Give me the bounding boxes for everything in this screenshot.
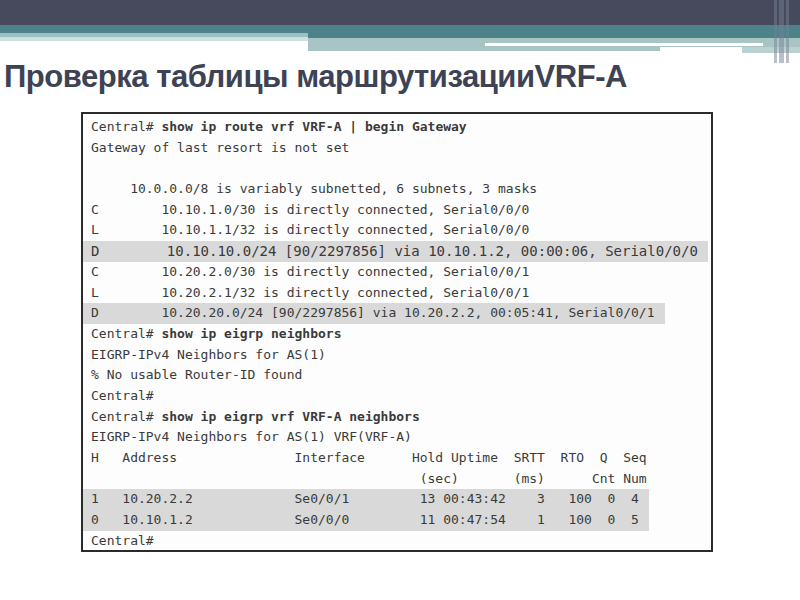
header-teal-bar — [0, 25, 800, 33]
terminal-line — [83, 158, 711, 179]
terminal-line: EIGRP-IPv4 Neighbors for AS(1) — [83, 345, 711, 366]
terminal-line: Central# — [83, 386, 711, 407]
terminal-line: Central# show ip eigrp vrf VRF-A neighbo… — [83, 407, 711, 428]
header-white-line — [485, 43, 763, 46]
terminal-line: Gateway of last resort is not set — [83, 138, 711, 159]
terminal-command: show ip eigrp vrf VRF-A neighbors — [161, 409, 419, 424]
terminal-line: D 10.10.10.0/24 [90/2297856] via 10.10.1… — [83, 241, 708, 262]
terminal-line: Central# — [83, 531, 711, 552]
terminal-line: % No usable Router-ID found — [83, 365, 711, 386]
terminal-line: L 10.10.1.1/32 is directly connected, Se… — [83, 220, 711, 241]
terminal-output-box: Central# show ip route vrf VRF-A | begin… — [81, 112, 713, 552]
terminal-line: C 10.20.2.0/30 is directly connected, Se… — [83, 262, 711, 283]
terminal-line: H Address Interface Hold Uptime SRTT RTO… — [83, 448, 711, 469]
terminal-command: show ip eigrp neighbors — [161, 326, 341, 341]
header-dark-bar — [0, 0, 800, 25]
terminal-line: 1 10.20.2.2 Se0/0/1 13 00:43:42 3 100 0 … — [83, 489, 649, 510]
terminal-line: C 10.10.1.0/30 is directly connected, Se… — [83, 200, 711, 221]
header-vertical-stripe — [786, 0, 789, 63]
header-vertical-stripe — [774, 0, 777, 63]
header-light-block-step — [308, 47, 660, 51]
terminal-line: EIGRP-IPv4 Neighbors for AS(1) VRF(VRF-A… — [83, 427, 711, 448]
header-light-block-far — [742, 47, 800, 53]
terminal-line: L 10.20.2.1/32 is directly connected, Se… — [83, 283, 711, 304]
terminal-line: (sec) (ms) Cnt Num — [83, 469, 711, 490]
slide-title: Проверка таблицы маршрутизацииVRF-A — [4, 58, 741, 95]
terminal-line: Central# show ip eigrp neighbors — [83, 324, 711, 345]
header-pale-band-left2 — [0, 37, 308, 42]
terminal-line: 10.0.0.0/8 is variably subnetted, 6 subn… — [83, 179, 711, 200]
slide: Проверка таблицы маршрутизацииVRF-A Cent… — [0, 0, 800, 600]
header-vertical-stripe — [779, 0, 784, 63]
terminal-line: Central# show ip route vrf VRF-A | begin… — [83, 117, 711, 138]
terminal-command: show ip route vrf VRF-A | begin Gateway — [161, 119, 466, 134]
terminal-line: 0 10.10.1.2 Se0/0/0 11 00:47:54 1 100 0 … — [83, 510, 649, 531]
terminal-line: D 10.20.20.0/24 [90/2297856] via 10.20.2… — [83, 303, 665, 324]
